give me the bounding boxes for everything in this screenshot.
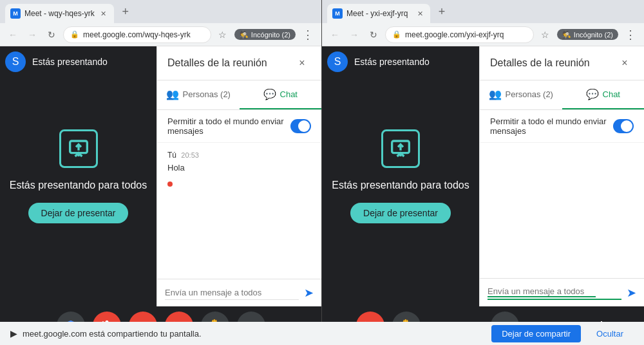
right-tab-chat-label: Chat <box>603 89 620 99</box>
left-panel-title: Detalles de la reunión <box>167 57 267 69</box>
left-people-icon: 👥 <box>166 88 179 100</box>
left-panel-close[interactable]: × <box>293 54 311 72</box>
left-chat-input-wrapper <box>165 286 299 300</box>
left-send-btn[interactable]: ➤ <box>304 286 314 300</box>
right-panel-close[interactable]: × <box>616 54 634 72</box>
right-browser-window: M Meet - yxi-exjf-yrq ✕ + ← → ↻ 🔒 meet.g… <box>322 0 644 345</box>
left-new-tab-btn[interactable]: + <box>117 3 135 21</box>
left-message-text: Hola <box>167 162 311 174</box>
right-toggle-row: Permitir a todo el mundo enviar mensajes <box>480 110 644 143</box>
right-meeting-panel: Detalles de la reunión × 👥 Personas (2) … <box>479 46 644 306</box>
left-hide-btn[interactable]: Ocultar <box>586 325 634 342</box>
right-user-avatar: S <box>327 51 348 72</box>
right-bookmark-btn[interactable]: ☆ <box>538 27 553 42</box>
right-tab-people[interactable]: 👥 Personas (2) <box>480 80 562 109</box>
left-incognito-label: Incógnito (2) <box>251 31 290 39</box>
right-chat-icon: 💬 <box>586 88 599 100</box>
left-address-bar: ← → ↻ 🔒 meet.google.com/wqy-hqes-yrk ☆ 🕵… <box>0 23 321 46</box>
right-chat-messages <box>480 143 644 278</box>
left-presenting-label: Estás presentando <box>32 57 108 67</box>
left-tab[interactable]: M Meet - wqy-hqes-yrk ✕ <box>5 4 114 23</box>
left-sender-name: Tú <box>167 151 176 160</box>
left-tab-chat-label: Chat <box>280 89 298 99</box>
right-forward-btn[interactable]: → <box>346 27 362 42</box>
left-main-content: S Estás presentando Estás presentando pa… <box>0 46 321 306</box>
right-panel-title: Detalles de la reunión <box>490 57 590 69</box>
left-tab-bar: M Meet - wqy-hqes-yrk ✕ + <box>0 0 321 23</box>
right-presenting-label: Estás presentando <box>354 57 430 67</box>
right-incognito-badge: 🕵 Incógnito (2) <box>557 29 618 40</box>
left-toggle-switch[interactable] <box>290 119 311 133</box>
left-tab-people-label: Personas (2) <box>183 89 231 99</box>
left-stop-presenting-btn[interactable]: Dejar de presentar <box>28 203 129 223</box>
left-stop-sharing-btn[interactable]: Dejar de compartir <box>491 325 581 342</box>
left-browser-window: M Meet - wqy-hqes-yrk ✕ + ← → ↻ 🔒 meet.g… <box>0 0 322 345</box>
left-meet-area: S Estás presentando Estás presentando pa… <box>0 46 156 306</box>
left-back-btn[interactable]: ← <box>5 27 21 42</box>
right-tab-people-label: Personas (2) <box>506 89 553 99</box>
left-url-bar[interactable]: 🔒 meet.google.com/wqy-hqes-yrk <box>63 26 211 43</box>
right-send-btn[interactable]: ➤ <box>627 286 636 300</box>
right-tab-chat[interactable]: 💬 Chat <box>562 80 645 109</box>
left-bookmark-btn[interactable]: ☆ <box>215 27 231 42</box>
right-main-content: S Estás presentando Estás presentando pa… <box>322 46 644 306</box>
right-back-btn[interactable]: ← <box>327 27 343 42</box>
left-menu-dots[interactable]: ⋮ <box>299 28 316 42</box>
left-presenting-icon <box>59 129 98 168</box>
right-url-bar[interactable]: 🔒 meet.google.com/yxi-exjf-yrq <box>385 26 534 43</box>
left-message-time: 20:53 <box>181 151 199 159</box>
left-lock-icon: 🔒 <box>70 30 79 39</box>
right-menu-dots[interactable]: ⋮ <box>622 28 639 42</box>
left-url-text: meet.google.com/wqy-hqes-yrk <box>83 30 204 39</box>
left-red-dot <box>167 182 173 187</box>
right-tab-close[interactable]: ✕ <box>415 8 425 19</box>
right-presenting-text: Estás presentando para todos <box>332 178 469 192</box>
right-chat-input-wrapper <box>488 285 621 300</box>
left-sharing-text: meet.google.com está compartiendo tu pan… <box>23 329 486 339</box>
left-tab-people[interactable]: 👥 Personas (2) <box>157 80 240 109</box>
right-tab-bar: M Meet - yxi-exjf-yrq ✕ + <box>322 0 644 23</box>
left-panel-tabs: 👥 Personas (2) 💬 Chat <box>157 80 321 110</box>
left-sharing-icon: ▶ <box>10 328 17 339</box>
right-tab[interactable]: M Meet - yxi-exjf-yrq ✕ <box>327 4 430 23</box>
left-tab-favicon: M <box>10 8 21 19</box>
right-panel-header: Detalles de la reunión × <box>480 46 644 80</box>
right-incognito-label: Incógnito (2) <box>574 31 613 39</box>
right-presenting-icon <box>381 129 420 168</box>
right-toggle-label: Permitir a todo el mundo enviar mensajes <box>490 117 613 136</box>
right-toggle-switch[interactable] <box>613 119 634 133</box>
left-top-bar: S Estás presentando <box>5 51 108 72</box>
left-refresh-btn[interactable]: ↻ <box>44 27 59 42</box>
right-stop-presenting-btn[interactable]: Dejar de presentar <box>350 203 451 223</box>
left-chat-messages: Tú 20:53 Hola <box>157 143 321 279</box>
left-chat-input-area: ➤ <box>157 279 321 306</box>
left-message-group: Tú 20:53 Hola <box>167 151 311 174</box>
left-user-avatar: S <box>5 51 26 72</box>
right-people-icon: 👥 <box>489 88 502 100</box>
right-address-bar: ← → ↻ 🔒 meet.google.com/yxi-exjf-yrq ☆ 🕵… <box>322 23 644 46</box>
left-toggle-label: Permitir a todo el mundo enviar mensajes <box>167 117 290 136</box>
left-meeting-panel: Detalles de la reunión × 👥 Personas (2) … <box>156 46 321 306</box>
right-url-text: meet.google.com/yxi-exjf-yrq <box>405 30 527 39</box>
left-sharing-bar: ▶ meet.google.com está compartiendo tu p… <box>0 322 644 345</box>
left-tab-chat[interactable]: 💬 Chat <box>240 80 322 109</box>
left-chat-input[interactable] <box>165 288 273 297</box>
left-incognito-badge: 🕵 Incógnito (2) <box>234 29 296 40</box>
right-chat-input-area: ➤ <box>480 278 644 306</box>
left-tab-close[interactable]: ✕ <box>99 8 109 19</box>
left-presenting-text: Estás presentando para todos <box>10 178 147 192</box>
left-tab-title: Meet - wqy-hqes-yrk <box>24 9 95 18</box>
right-chat-input[interactable] <box>488 286 596 297</box>
left-incognito-icon: 🕵 <box>240 30 249 39</box>
left-message-sender: Tú 20:53 <box>167 151 311 160</box>
right-tab-favicon: M <box>332 8 343 19</box>
right-tab-title: Meet - yxi-exjf-yrq <box>346 9 411 18</box>
right-top-bar: S Estás presentando <box>327 51 430 72</box>
right-incognito-icon: 🕵 <box>562 30 571 39</box>
right-panel-tabs: 👥 Personas (2) 💬 Chat <box>480 80 644 110</box>
left-forward-btn[interactable]: → <box>24 27 40 42</box>
right-new-tab-btn[interactable]: + <box>433 3 451 21</box>
left-toggle-row: Permitir a todo el mundo enviar mensajes <box>157 110 321 143</box>
left-chat-icon: 💬 <box>263 88 276 100</box>
right-refresh-btn[interactable]: ↻ <box>366 27 381 42</box>
